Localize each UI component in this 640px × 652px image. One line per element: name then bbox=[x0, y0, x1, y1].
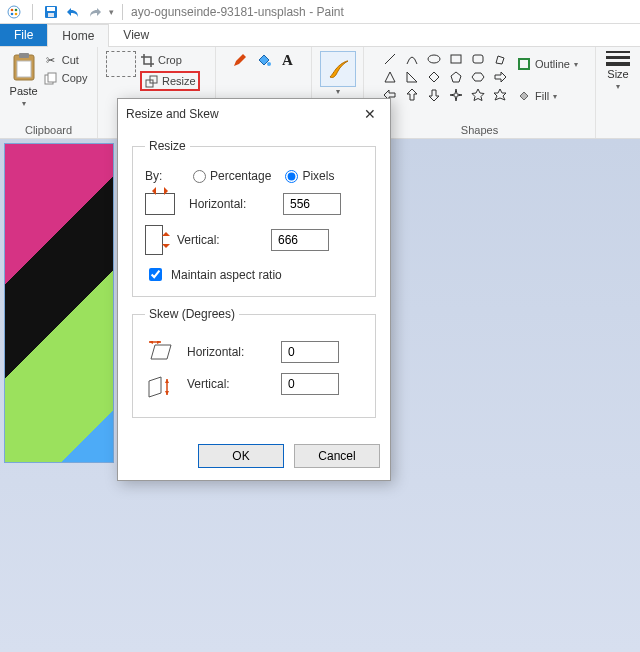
shape-rect-icon[interactable] bbox=[447, 51, 465, 67]
crop-button[interactable]: Crop bbox=[140, 53, 200, 67]
resize-fieldset: Resize By: Percentage Pixels Horizontal: bbox=[132, 139, 376, 297]
shape-line-icon[interactable] bbox=[381, 51, 399, 67]
svg-rect-10 bbox=[17, 61, 31, 77]
resize-horizontal-icon bbox=[145, 193, 175, 215]
chevron-down-icon: ▾ bbox=[336, 87, 340, 96]
shape-triangle-icon[interactable] bbox=[381, 69, 399, 85]
shape-star6-icon[interactable] bbox=[491, 87, 509, 103]
svg-marker-26 bbox=[165, 391, 169, 395]
radio-percentage[interactable]: Percentage bbox=[193, 169, 271, 183]
skew-legend: Skew (Degrees) bbox=[145, 307, 239, 321]
resize-vertical-input[interactable] bbox=[271, 229, 329, 251]
brushes-button[interactable]: ▾ bbox=[320, 51, 356, 96]
svg-rect-20 bbox=[519, 59, 529, 69]
shape-star4-icon[interactable] bbox=[447, 87, 465, 103]
shape-hexagon-icon[interactable] bbox=[469, 69, 487, 85]
shape-curve-icon[interactable] bbox=[403, 51, 421, 67]
scissors-icon: ✂ bbox=[44, 53, 58, 67]
svg-point-17 bbox=[428, 55, 440, 63]
copy-icon bbox=[44, 71, 58, 85]
by-label: By: bbox=[145, 169, 179, 183]
shape-star5-icon[interactable] bbox=[469, 87, 487, 103]
radio-percentage-label: Percentage bbox=[210, 169, 271, 183]
shape-arrow-down-icon[interactable] bbox=[425, 87, 443, 103]
ok-button[interactable]: OK bbox=[198, 444, 284, 468]
radio-pixels-input[interactable] bbox=[285, 170, 298, 183]
line-weight-icon bbox=[606, 51, 630, 66]
canvas-image[interactable] bbox=[4, 143, 114, 463]
bucket-icon bbox=[517, 89, 531, 103]
skew-vertical-label: Vertical: bbox=[187, 377, 267, 391]
brush-icon bbox=[324, 55, 352, 83]
resize-label: Resize bbox=[162, 75, 196, 87]
redo-icon[interactable] bbox=[87, 4, 103, 20]
skew-vertical-icon bbox=[145, 373, 173, 395]
resize-button[interactable]: Resize bbox=[144, 74, 196, 88]
fill-button[interactable]: Fill ▾ bbox=[517, 89, 578, 103]
svg-rect-18 bbox=[451, 55, 461, 63]
qat-dropdown-icon[interactable]: ▾ bbox=[109, 7, 114, 17]
resize-highlight: Resize bbox=[140, 71, 200, 91]
outline-icon bbox=[517, 57, 531, 71]
save-icon[interactable] bbox=[43, 4, 59, 20]
tab-view[interactable]: View bbox=[109, 24, 163, 46]
group-clipboard: Paste ▾ ✂ Cut Copy Clipboard bbox=[0, 47, 98, 138]
svg-point-2 bbox=[15, 8, 18, 11]
cut-button[interactable]: ✂ Cut bbox=[44, 53, 88, 67]
fill-icon[interactable] bbox=[255, 51, 273, 69]
shape-arrow-up-icon[interactable] bbox=[403, 87, 421, 103]
paste-button[interactable]: Paste ▾ bbox=[10, 51, 38, 108]
pencil-icon[interactable] bbox=[231, 51, 249, 69]
resize-vertical-label: Vertical: bbox=[177, 233, 257, 247]
shape-polygon-icon[interactable] bbox=[491, 51, 509, 67]
svg-rect-7 bbox=[48, 13, 54, 17]
quick-access-toolbar: ▾ bbox=[6, 4, 114, 20]
skew-fieldset: Skew (Degrees) Horizontal: Vertical: bbox=[132, 307, 376, 418]
select-button[interactable] bbox=[106, 51, 136, 77]
svg-rect-9 bbox=[19, 53, 29, 58]
svg-point-4 bbox=[15, 12, 18, 15]
svg-point-0 bbox=[8, 6, 20, 18]
shape-gallery[interactable] bbox=[381, 51, 509, 109]
group-label-shapes: Shapes bbox=[461, 122, 498, 136]
resize-legend: Resize bbox=[145, 139, 190, 153]
crop-label: Crop bbox=[158, 54, 182, 66]
outline-label: Outline bbox=[535, 58, 570, 70]
shape-roundrect-icon[interactable] bbox=[469, 51, 487, 67]
tab-home[interactable]: Home bbox=[47, 24, 109, 47]
dialog-titlebar[interactable]: Resize and Skew ✕ bbox=[118, 99, 390, 129]
size-button[interactable]: Size ▾ bbox=[606, 51, 630, 91]
radio-percentage-input[interactable] bbox=[193, 170, 206, 183]
close-icon[interactable]: ✕ bbox=[358, 104, 382, 124]
shape-arrow-right-icon[interactable] bbox=[491, 69, 509, 85]
size-label: Size bbox=[607, 68, 628, 80]
radio-pixels[interactable]: Pixels bbox=[285, 169, 334, 183]
chevron-down-icon: ▾ bbox=[553, 92, 557, 101]
tab-file[interactable]: File bbox=[0, 24, 47, 46]
shape-oval-icon[interactable] bbox=[425, 51, 443, 67]
shape-rtriangle-icon[interactable] bbox=[403, 69, 421, 85]
chevron-down-icon: ▾ bbox=[22, 99, 26, 108]
outline-button[interactable]: Outline ▾ bbox=[517, 57, 578, 71]
skew-vertical-input[interactable] bbox=[281, 373, 339, 395]
text-icon[interactable]: A bbox=[279, 51, 297, 69]
group-label-clipboard: Clipboard bbox=[25, 122, 72, 136]
resize-horizontal-input[interactable] bbox=[283, 193, 341, 215]
maintain-ratio[interactable]: Maintain aspect ratio bbox=[145, 265, 363, 284]
crop-icon bbox=[140, 53, 154, 67]
shape-pentagon-icon[interactable] bbox=[447, 69, 465, 85]
shape-diamond-icon[interactable] bbox=[425, 69, 443, 85]
skew-horizontal-input[interactable] bbox=[281, 341, 339, 363]
chevron-down-icon: ▾ bbox=[616, 82, 620, 91]
svg-rect-6 bbox=[47, 7, 55, 11]
maintain-ratio-checkbox[interactable] bbox=[149, 268, 162, 281]
radio-pixels-label: Pixels bbox=[302, 169, 334, 183]
undo-icon[interactable] bbox=[65, 4, 81, 20]
resize-vertical-icon bbox=[145, 225, 163, 255]
svg-point-3 bbox=[11, 12, 14, 15]
svg-line-16 bbox=[385, 54, 395, 64]
group-size: Size ▾ . bbox=[596, 47, 640, 138]
svg-point-15 bbox=[267, 62, 271, 66]
copy-button[interactable]: Copy bbox=[44, 71, 88, 85]
cancel-button[interactable]: Cancel bbox=[294, 444, 380, 468]
